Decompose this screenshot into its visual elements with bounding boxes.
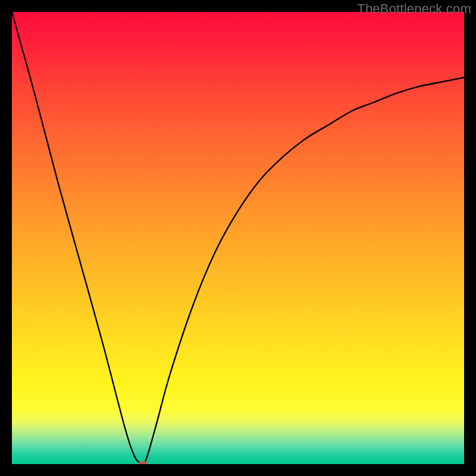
curve-svg <box>12 12 464 464</box>
bottleneck-curve-path <box>12 12 464 464</box>
watermark-text: TheBottleneck.com <box>357 1 471 17</box>
plot-area <box>12 12 464 464</box>
chart-frame: TheBottleneck.com <box>0 0 476 476</box>
minimum-marker <box>138 461 148 464</box>
